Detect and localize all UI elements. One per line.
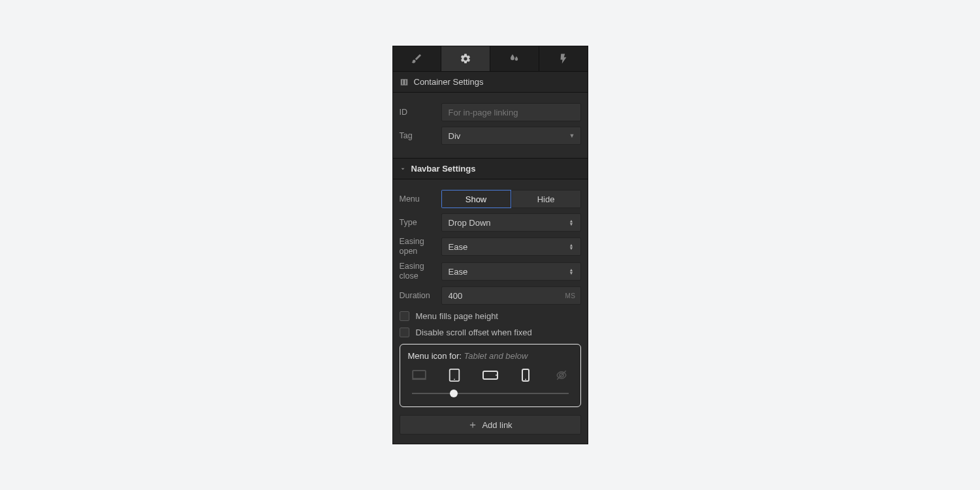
phone-portrait-icon bbox=[522, 369, 530, 382]
menu-icon-label: Menu icon for: Tablet and below bbox=[408, 351, 573, 361]
disable-scroll-row[interactable]: Disable scroll offset when fixed bbox=[400, 328, 581, 337]
checkbox-icon[interactable] bbox=[400, 328, 409, 337]
duration-unit: MS bbox=[565, 292, 576, 299]
menu-fills-height-row[interactable]: Menu fills page height bbox=[400, 311, 581, 321]
breakpoint-tablet[interactable] bbox=[446, 369, 463, 382]
tag-select-value: Div bbox=[449, 131, 461, 141]
gear-icon bbox=[460, 53, 471, 65]
svg-rect-4 bbox=[483, 371, 498, 379]
easing-open-label: Easing open bbox=[400, 237, 441, 256]
breakpoint-desktop[interactable] bbox=[411, 370, 428, 380]
container-settings-header[interactable]: Container Settings bbox=[393, 71, 588, 93]
slider-knob[interactable] bbox=[450, 390, 458, 397]
menu-toggle: Show Hide bbox=[441, 190, 581, 208]
navbar-settings-body: Menu Show Hide Type Drop Down ▲▼ bbox=[393, 179, 588, 444]
container-settings-title: Container Settings bbox=[414, 77, 484, 87]
add-link-label: Add link bbox=[482, 420, 512, 430]
plus-icon: ＋ bbox=[467, 420, 478, 430]
easing-open-select[interactable]: Ease ▲▼ bbox=[441, 237, 581, 256]
container-settings-body: ID Tag Div ▼ bbox=[393, 93, 588, 158]
breakpoint-phone-portrait[interactable] bbox=[517, 369, 534, 382]
duration-input[interactable] bbox=[441, 286, 581, 305]
desktop-icon bbox=[412, 370, 426, 380]
updown-icon: ▲▼ bbox=[569, 268, 574, 275]
breakpoint-phone-landscape[interactable] bbox=[482, 371, 499, 380]
easing-close-select[interactable]: Ease ▲▼ bbox=[441, 262, 581, 281]
type-label: Type bbox=[400, 218, 441, 228]
slider-track bbox=[412, 393, 569, 394]
menu-hide-option[interactable]: Hide bbox=[511, 190, 581, 208]
checkbox-icon[interactable] bbox=[400, 311, 409, 321]
menu-show-option[interactable]: Show bbox=[441, 190, 511, 208]
breakpoint-slider[interactable] bbox=[408, 390, 573, 397]
svg-point-3 bbox=[454, 378, 455, 380]
tag-label: Tag bbox=[400, 131, 441, 141]
tag-select[interactable]: Div ▼ bbox=[441, 127, 581, 145]
container-icon bbox=[400, 78, 409, 87]
svg-point-5 bbox=[496, 375, 497, 376]
panel-tabs bbox=[393, 46, 588, 71]
breakpoint-device-row bbox=[408, 369, 573, 382]
menu-icon-breakpoint-box: Menu icon for: Tablet and below bbox=[400, 344, 581, 407]
easing-close-value: Ease bbox=[449, 267, 468, 277]
tab-interactions[interactable] bbox=[539, 46, 588, 71]
svg-rect-0 bbox=[413, 371, 426, 378]
type-select[interactable]: Drop Down ▲▼ bbox=[441, 213, 581, 232]
svg-point-7 bbox=[525, 379, 526, 380]
updown-icon: ▲▼ bbox=[569, 219, 574, 226]
droplets-icon bbox=[509, 53, 520, 65]
easing-close-label: Easing close bbox=[400, 262, 441, 281]
caret-down-icon: ▼ bbox=[569, 132, 574, 139]
updown-icon: ▲▼ bbox=[569, 243, 574, 250]
easing-open-value: Ease bbox=[449, 242, 468, 252]
breakpoint-none[interactable] bbox=[553, 369, 570, 381]
navbar-settings-header[interactable]: Navbar Settings bbox=[393, 158, 588, 179]
menu-fills-height-label: Menu fills page height bbox=[416, 311, 498, 321]
tab-settings[interactable] bbox=[441, 46, 490, 71]
disable-scroll-label: Disable scroll offset when fixed bbox=[416, 328, 532, 337]
navbar-settings-title: Navbar Settings bbox=[411, 164, 476, 174]
add-link-button[interactable]: ＋ Add link bbox=[400, 415, 581, 435]
menu-label: Menu bbox=[400, 194, 441, 204]
bolt-icon bbox=[558, 53, 569, 65]
id-label: ID bbox=[400, 108, 441, 117]
svg-rect-1 bbox=[412, 378, 426, 380]
eye-off-icon bbox=[556, 369, 567, 381]
tab-effects[interactable] bbox=[490, 46, 539, 71]
tablet-icon bbox=[449, 369, 460, 382]
duration-label: Duration bbox=[400, 291, 441, 301]
phone-landscape-icon bbox=[482, 371, 498, 380]
settings-panel: Container Settings ID Tag Div ▼ Navbar S… bbox=[392, 46, 588, 444]
tab-style[interactable] bbox=[393, 46, 442, 71]
id-input[interactable] bbox=[441, 103, 581, 121]
chevron-down-icon bbox=[400, 166, 406, 172]
brush-icon bbox=[411, 53, 422, 65]
type-select-value: Drop Down bbox=[449, 218, 491, 228]
